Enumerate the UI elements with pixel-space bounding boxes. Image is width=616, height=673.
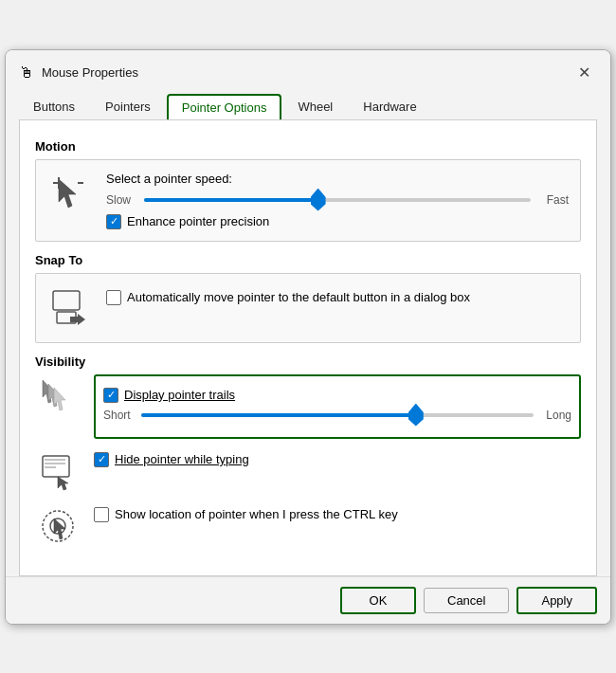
svg-marker-0 <box>59 179 76 208</box>
svg-rect-5 <box>53 291 80 310</box>
tab-buttons[interactable]: Buttons <box>19 94 89 119</box>
tab-bar: Buttons Pointers Pointer Options Wheel H… <box>6 86 610 119</box>
hide-checkbox-row[interactable]: ✓ Hide pointer while typing <box>94 452 249 467</box>
snap-to-controls: Automatically move pointer to the defaul… <box>106 285 569 306</box>
tab-pointers[interactable]: Pointers <box>91 94 165 119</box>
long-label: Long <box>541 409 571 422</box>
precision-row[interactable]: ✓ Enhance pointer precision <box>106 214 569 229</box>
snap-to-label: Snap To <box>35 253 581 267</box>
footer: OK Cancel Apply <box>6 576 610 624</box>
motion-section: Select a pointer speed: Slow Fast ✓ <box>35 159 581 242</box>
tab-wheel[interactable]: Wheel <box>283 94 347 119</box>
hide-check-mark: ✓ <box>98 453 106 465</box>
speed-label: Select a pointer speed: <box>106 172 569 186</box>
trail-slider-row: Short Long <box>103 409 571 422</box>
svg-marker-15 <box>58 477 68 490</box>
snap-auto-label: Automatically move pointer to the defaul… <box>127 289 470 306</box>
ctrl-icon <box>37 505 79 547</box>
speed-slider-row: Slow Fast <box>106 193 569 207</box>
snap-auto-checkbox[interactable] <box>106 290 121 305</box>
trails-icon <box>37 376 79 418</box>
visibility-section: ✓ Display pointer trails Short <box>35 374 581 549</box>
trails-row: ✓ Display pointer trails Short <box>35 374 581 439</box>
title-bar-left: 🖱 Mouse Properties <box>19 64 138 82</box>
close-button[interactable]: ✕ <box>571 60 597 86</box>
motion-label: Motion <box>35 139 581 154</box>
snap-auto-row[interactable]: Automatically move pointer to the defaul… <box>106 289 569 306</box>
hide-icon <box>37 450 79 492</box>
ctrl-checkbox-row[interactable]: Show location of pointer when I press th… <box>94 507 398 522</box>
ctrl-label: Show location of pointer when I press th… <box>115 507 398 521</box>
svg-rect-11 <box>43 456 69 477</box>
ok-button[interactable]: OK <box>340 587 416 614</box>
precision-check-mark: ✓ <box>110 215 118 227</box>
precision-checkbox[interactable]: ✓ <box>106 214 121 229</box>
visibility-inner: ✓ Display pointer trails Short <box>35 374 581 549</box>
short-label: Short <box>103 409 134 422</box>
ctrl-icon-box <box>35 503 81 549</box>
motion-controls: Select a pointer speed: Slow Fast ✓ <box>106 172 569 229</box>
tab-hardware[interactable]: Hardware <box>349 94 430 119</box>
trails-control-group: ✓ Display pointer trails Short <box>94 374 581 439</box>
mouse-properties-window: 🖱 Mouse Properties ✕ Buttons Pointers Po… <box>5 49 611 625</box>
hide-control: ✓ Hide pointer while typing <box>94 448 581 467</box>
visibility-label: Visibility <box>35 355 581 369</box>
hide-row: ✓ Hide pointer while typing <box>35 448 581 494</box>
window-title: Mouse Properties <box>42 65 138 80</box>
trails-check-mark: ✓ <box>107 389 116 401</box>
title-bar: 🖱 Mouse Properties ✕ <box>6 50 610 86</box>
hide-icon-box <box>35 448 81 494</box>
ctrl-row: Show location of pointer when I press th… <box>35 503 581 549</box>
motion-icon <box>51 175 89 213</box>
ctrl-checkbox[interactable] <box>94 507 109 522</box>
fast-label: Fast <box>538 193 569 207</box>
ctrl-control: Show location of pointer when I press th… <box>94 503 581 522</box>
cancel-button[interactable]: Cancel <box>424 588 509 613</box>
snap-to-section: Automatically move pointer to the defaul… <box>35 273 581 343</box>
trail-slider-area: Short Long <box>103 409 571 422</box>
slow-label: Slow <box>106 193 136 207</box>
precision-label: Enhance pointer precision <box>127 214 269 228</box>
snap-to-icon <box>49 287 91 329</box>
content-area: Motion Select a pointer speed: <box>19 119 597 576</box>
svg-marker-10 <box>54 388 65 410</box>
trails-checkbox-row[interactable]: ✓ Display pointer trails <box>103 388 571 403</box>
hide-checkbox[interactable]: ✓ <box>94 452 109 467</box>
trails-label: Display pointer trails <box>124 388 235 402</box>
window-icon: 🖱 <box>19 64 34 82</box>
tab-pointer-options[interactable]: Pointer Options <box>167 94 282 119</box>
trails-checkbox[interactable]: ✓ <box>103 388 118 403</box>
hide-label: Hide pointer while typing <box>115 452 249 466</box>
motion-icon-box <box>47 172 93 217</box>
snap-to-icon-box <box>47 285 93 331</box>
trails-icon-box <box>35 374 81 420</box>
apply-button[interactable]: Apply <box>516 587 597 614</box>
speed-slider[interactable] <box>144 198 531 202</box>
trail-slider[interactable] <box>141 413 534 417</box>
